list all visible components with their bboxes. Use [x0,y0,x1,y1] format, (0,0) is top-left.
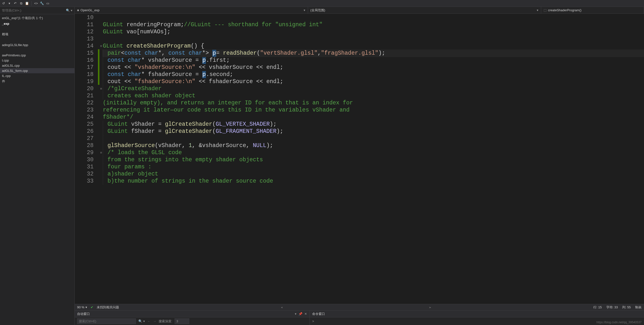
code-line[interactable]: GLuint createShaderProgram() { [103,43,644,50]
editor-status-bar: 90 % ▾ ✔ 未找到相关问题 ◂▸ 行: 15 字符: 33 列: 55 制… [75,304,644,310]
zoom-control[interactable]: 90 % ▾ [77,305,87,309]
wrench-icon[interactable]: 🔧 [40,2,44,6]
code-content[interactable]: GLuint renderingProgram;//GLuint --- sho… [103,14,644,304]
solution-explorer: 🔍 ▾ enGL_exp"(1 个项目/共 1 个)_exp 赖项 adingG… [0,7,75,325]
autos-search-input[interactable] [77,318,136,324]
tree-item[interactable]: IL.cpp [0,73,74,78]
code-line[interactable] [103,14,644,21]
code-line[interactable]: creates each shader object [103,92,644,100]
code-line[interactable]: fShader*/ [103,114,644,121]
fold-toggle [100,71,103,78]
code-line[interactable]: pair<const char*, const char*> p= readSh… [103,50,644,57]
autos-panel-title: 自动窗口 [77,312,293,316]
dropdown-icon[interactable]: ▾ [7,2,11,6]
nav-project-label: OpenGL_exp [80,8,100,12]
command-panel-body[interactable]: > [310,317,644,325]
tree-item[interactable]: adGLSL_form.cpp [0,68,74,73]
editor-area: ■ OpenGL_exp ▾ (全局范围) ▾ ⬚ createShaderPr… [75,7,644,325]
chevron-down-icon[interactable]: ▾ [295,312,296,316]
tree-item[interactable] [0,26,74,31]
depth-input[interactable] [174,318,189,324]
code-line[interactable]: GLuint vShader = glCreateShader(GL_VERTE… [103,121,644,128]
fold-toggle [100,50,103,57]
tree-item[interactable]: 件 [0,78,74,84]
tree-item[interactable]: awPrimitives.cpp [0,53,74,58]
tree-item[interactable]: adGLSL.cpp [0,63,74,68]
code-line[interactable]: a)shader object [103,171,644,178]
fold-toggle [100,29,103,36]
code-line[interactable] [103,135,644,142]
tree-item[interactable]: enGL_exp"(1 个项目/共 1 个) [0,15,74,21]
fold-toggle[interactable]: ⊟ [100,43,103,50]
code-line[interactable]: b)the number of strings in the shader so… [103,178,644,185]
tree-item[interactable] [0,37,74,42]
code-line[interactable]: const char* fshaderSource = p.second; [103,71,644,78]
fold-column[interactable]: ⊟⊟⊟ [100,14,103,304]
fold-toggle [100,92,103,100]
h-scroll[interactable]: ◂▸ [122,305,590,309]
fold-toggle [100,142,103,149]
autos-panel-body: 🔍 ▾ ← → 搜索深度: [75,317,310,325]
fold-toggle [100,171,103,178]
fold-toggle [100,163,103,171]
editor-nav-row: ■ OpenGL_exp ▾ (全局范围) ▾ ⬚ createShaderPr… [75,7,644,14]
nav-function-dropdown[interactable]: ⬚ createShaderProgram() [541,7,644,14]
chevron-down-icon: ▾ [304,8,305,12]
nav-project-dropdown[interactable]: ■ OpenGL_exp ▾ [75,7,308,14]
code-line[interactable]: glShaderSource(vShader, 1, &vshaderSourc… [103,142,644,149]
code-line[interactable]: (initially empty), and returns an intege… [103,100,644,107]
pin-icon[interactable]: 📌 [298,312,302,316]
nav-scope-dropdown[interactable]: (全局范围) ▾ [308,7,542,14]
window-icon[interactable]: ▭ [46,2,50,6]
tree-item[interactable] [0,48,74,53]
tree-item[interactable]: adingGLSLfile.hpp [0,42,74,48]
cursor-position: 行: 15 字符: 33 列: 55 制表 [593,305,642,309]
command-panel: 命令窗口 > [310,310,644,325]
code-line[interactable]: GLuint renderingProgram;//GLuint --- sho… [103,21,644,29]
tree-item[interactable]: 赖项 [0,31,74,37]
toolbar: ↺ ▾ ↶ ⧉ 📋 <> 🔧 ▭ [0,0,644,7]
search-icon[interactable]: 🔍 ▾ [138,319,145,323]
fold-toggle [100,107,103,114]
command-panel-header: 命令窗口 [310,310,644,317]
search-icon[interactable]: 🔍 ▾ [66,9,72,12]
code-line[interactable]: GLuint vao[numVAOs]; [103,29,644,36]
paste-icon[interactable]: 📋 [25,2,29,6]
fold-toggle [100,135,103,142]
code-line[interactable]: GLuint fShader = glCreateShader(GL_FRAGM… [103,128,644,135]
nav-back-icon[interactable]: ← [148,319,150,323]
main-area: 🔍 ▾ enGL_exp"(1 个项目/共 1 个)_exp 赖项 adingG… [0,7,644,325]
code-line[interactable]: /*glCreateShader [103,85,644,92]
tree-item[interactable]: _exp [0,21,74,26]
nav-forward-icon[interactable]: → [153,319,156,323]
bottom-panels: 自动窗口 ▾ 📌 ✕ 🔍 ▾ ← → 搜索深度: 命令窗口 [75,310,644,325]
tree-item[interactable]: t.cpp [0,58,74,63]
code-editor[interactable]: 1011121314151617181920212223242526272829… [75,14,644,304]
sidebar-search-input[interactable] [2,9,66,12]
undo-icon[interactable]: ↶ [13,2,17,6]
code-line[interactable]: const char* vshaderSource = p.first; [103,57,644,64]
fold-toggle [100,178,103,185]
zoom-value: 90 % [77,305,84,309]
code-line[interactable]: from the strings into the empty shader o… [103,156,644,163]
code-line[interactable]: cout << "vshaderSource:\n" << vshaderSou… [103,64,644,71]
fold-toggle [100,128,103,135]
status-issues-label: 未找到相关问题 [97,305,119,309]
history-icon[interactable]: ↺ [2,2,6,6]
code-line[interactable]: referencing it later—our code stores thi… [103,107,644,114]
code-line[interactable] [103,36,644,43]
code-line[interactable]: cout << "fshaderSource:\n" << fshaderSou… [103,78,644,85]
code-line[interactable]: /* loads the GLSL code [103,149,644,156]
fold-toggle[interactable]: ⊟ [100,149,103,156]
code-line[interactable]: four params : [103,163,644,171]
copy-icon[interactable]: ⧉ [19,2,23,6]
code-icon[interactable]: <> [34,2,38,6]
chevron-down-icon: ▾ [537,8,538,12]
solution-tree[interactable]: enGL_exp"(1 个项目/共 1 个)_exp 赖项 adingGLSLf… [0,14,74,85]
fold-toggle [100,78,103,85]
fold-toggle[interactable]: ⊟ [100,85,103,92]
close-icon[interactable]: ✕ [304,312,307,316]
autos-panel-header: 自动窗口 ▾ 📌 ✕ [75,310,310,317]
watermark: https://blog.csdn.net/qq_39540537 [596,320,642,324]
status-ok-icon[interactable]: ✔ [90,305,93,309]
